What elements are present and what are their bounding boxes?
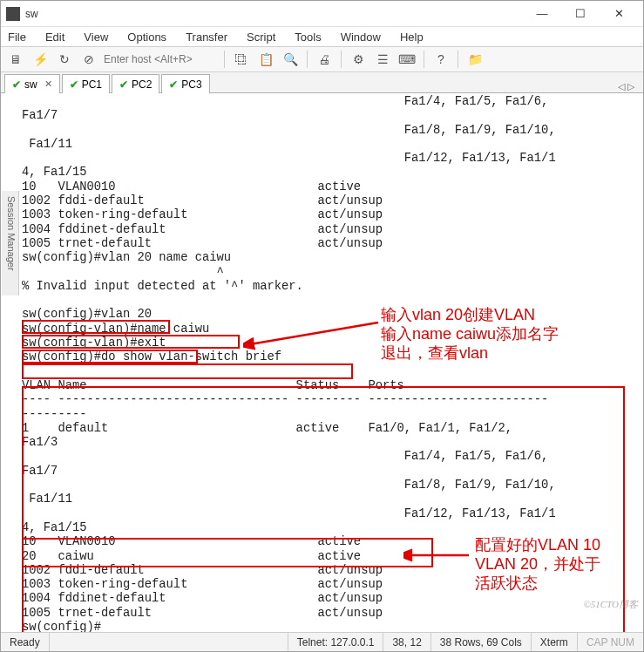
toolbar-separator <box>307 51 308 68</box>
paste-icon[interactable]: 📋 <box>256 50 275 69</box>
quick-connect-icon[interactable]: ⚡ <box>31 50 50 69</box>
annotation-line: VLAN 20，并处于 <box>475 554 600 574</box>
status-caps-num: CAP NUM <box>578 633 643 651</box>
annotation-line: 输入vlan 20创建VLAN <box>381 305 559 324</box>
menu-window[interactable]: Window <box>339 29 383 45</box>
terminal-area: Session Manager Fa1/4, Fa1/5, Fa1/6, Fa1… <box>1 93 643 632</box>
menu-view[interactable]: View <box>82 29 110 45</box>
status-cursor-pos: 38, 12 <box>383 633 430 651</box>
settings-icon[interactable]: ⚙ <box>349 50 368 69</box>
keyboard-icon[interactable]: ⌨ <box>397 50 417 69</box>
tab-bar: ✔ sw ✕ ✔ PC1 ✔ PC2 ✔ PC3 ◁ ▷ <box>1 72 643 93</box>
menu-help[interactable]: Help <box>398 29 425 45</box>
tab-pc1[interactable]: ✔ PC1 <box>62 74 110 93</box>
tab-pc2[interactable]: ✔ PC2 <box>112 74 159 93</box>
status-dot-icon: ✔ <box>70 78 78 91</box>
annotation-text: 输入vlan 20创建VLAN 输入name caiwu添加名字 退出，查看vl… <box>381 305 559 363</box>
annotation-line: 输入name caiwu添加名字 <box>381 324 559 343</box>
menu-options[interactable]: Options <box>125 29 168 45</box>
close-button[interactable]: ✕ <box>600 2 638 26</box>
transfer-icon[interactable]: 📁 <box>465 50 485 69</box>
tab-close-icon[interactable]: ✕ <box>44 78 52 90</box>
menu-file[interactable]: File <box>6 29 28 45</box>
session-manager-tab[interactable]: Session Manager <box>2 191 19 295</box>
status-term-type: Xterm <box>532 633 578 651</box>
menu-tools[interactable]: Tools <box>293 29 322 45</box>
print-icon[interactable]: 🖨 <box>315 50 334 69</box>
annotation-line: 活跃状态 <box>475 574 600 593</box>
menu-bar: File Edit View Options Transfer Script T… <box>1 27 643 46</box>
toolbar-separator <box>458 51 458 68</box>
annotation-line: 退出，查看vlan <box>381 343 559 363</box>
tab-pc3[interactable]: ✔ PC3 <box>161 74 209 93</box>
title-bar: sw — ☐ ✕ <box>1 1 643 27</box>
tab-label: sw <box>24 78 37 91</box>
connect-icon[interactable]: 🖥 <box>6 50 25 69</box>
tab-nav[interactable]: ◁ ▷ <box>613 81 640 92</box>
status-dot-icon: ✔ <box>169 78 178 91</box>
tab-label: PC1 <box>82 78 102 91</box>
menu-transfer[interactable]: Transfer <box>184 29 229 45</box>
help-icon[interactable]: ? <box>431 50 451 69</box>
session-options-icon[interactable]: ☰ <box>373 50 392 69</box>
annotation-text: 配置好的VLAN 10 VLAN 20，并处于 活跃状态 <box>475 535 600 593</box>
toolbar-separator <box>224 51 225 68</box>
status-connection: Telnet: 127.0.0.1 <box>288 633 384 651</box>
status-bar: Ready Telnet: 127.0.0.1 38, 12 38 Rows, … <box>1 632 643 651</box>
host-input[interactable] <box>104 53 217 65</box>
toolbar-separator <box>424 51 424 68</box>
reconnect-icon[interactable]: ↻ <box>55 50 74 69</box>
watermark: ©51CTO博客 <box>583 598 638 611</box>
annotation-line: 配置好的VLAN 10 <box>475 535 600 554</box>
tab-label: PC2 <box>132 78 152 91</box>
app-icon <box>6 7 20 21</box>
maximize-button[interactable]: ☐ <box>561 2 600 26</box>
status-dot-icon: ✔ <box>12 78 21 91</box>
status-dot-icon: ✔ <box>119 78 128 91</box>
app-window: sw — ☐ ✕ File Edit View Options Transfer… <box>0 0 644 652</box>
status-ready: Ready <box>1 633 50 651</box>
tab-label: PC3 <box>181 78 201 91</box>
menu-script[interactable]: Script <box>245 29 277 45</box>
tab-sw[interactable]: ✔ sw ✕ <box>4 74 60 93</box>
minimize-button[interactable]: — <box>523 2 561 26</box>
status-size: 38 Rows, 69 Cols <box>431 633 532 651</box>
window-title: sw <box>25 8 523 20</box>
toolbar: 🖥 ⚡ ↻ ⊘ ⿻ 📋 🔍 🖨 ⚙ ☰ ⌨ ? 📁 <box>1 46 643 72</box>
find-icon[interactable]: 🔍 <box>281 50 300 69</box>
toolbar-separator <box>341 51 342 68</box>
copy-icon[interactable]: ⿻ <box>232 50 251 69</box>
disconnect-icon[interactable]: ⊘ <box>79 50 98 69</box>
menu-edit[interactable]: Edit <box>44 29 66 45</box>
